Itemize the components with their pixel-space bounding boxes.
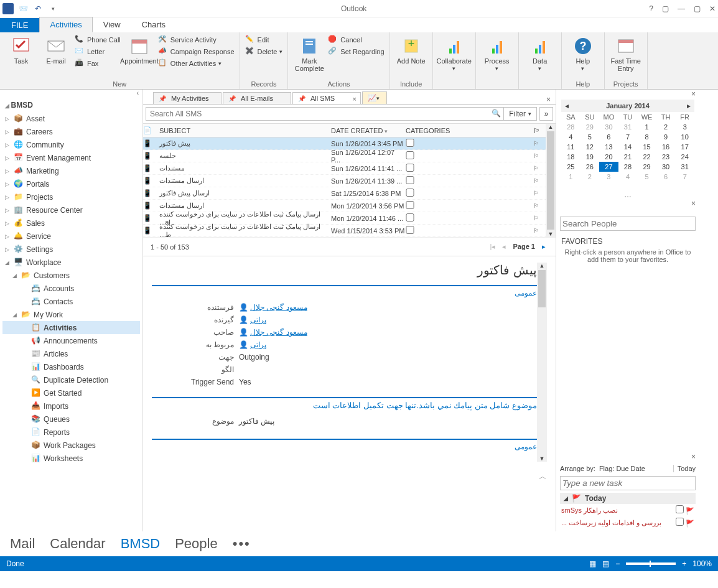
- cal-day[interactable]: 18: [561, 152, 580, 162]
- close-tab-icon[interactable]: ×: [353, 95, 357, 103]
- link-recipient[interactable]: پراتی: [250, 315, 266, 324]
- data-button[interactable]: Data▾: [523, 34, 557, 88]
- cal-day[interactable]: 5: [580, 132, 600, 142]
- filter-button[interactable]: Filter▾: [503, 107, 537, 121]
- nav-projects[interactable]: ▷📁Projects: [2, 190, 140, 203]
- cal-day[interactable]: 2: [580, 172, 600, 182]
- cal-day[interactable]: 5: [637, 172, 656, 182]
- col-categories[interactable]: CATEGORIES: [406, 127, 533, 134]
- nav-marketing[interactable]: ▷📣Marketing: [2, 164, 140, 177]
- nav-portals[interactable]: ▷🌍Portals: [2, 177, 140, 190]
- cal-day[interactable]: 20: [599, 152, 618, 162]
- new-email-button[interactable]: E-mail: [39, 34, 73, 80]
- nav-duplicate-detection[interactable]: 🔍Duplicate Detection: [2, 373, 140, 386]
- new-task-button[interactable]: Task: [4, 34, 39, 80]
- new-fax-button[interactable]: 📠Fax: [75, 58, 121, 68]
- view-tab-extra[interactable]: 📈▾: [362, 91, 387, 104]
- col-flag-icon[interactable]: 🏳: [533, 127, 546, 134]
- zoom-in-icon[interactable]: +: [682, 559, 686, 568]
- minimize-icon[interactable]: —: [678, 4, 685, 13]
- nav-contacts[interactable]: 📇Contacts: [2, 295, 140, 308]
- cal-day[interactable]: 8: [637, 132, 656, 142]
- nav-mywork[interactable]: ◢📂My Work: [2, 308, 140, 321]
- new-other-button[interactable]: 📋Other Activities▾: [158, 58, 235, 68]
- cal-day[interactable]: 29: [580, 122, 600, 132]
- nav-resource[interactable]: ▷🏢Resource Center: [2, 203, 140, 217]
- nav-careers[interactable]: ▷💼Careers: [2, 125, 140, 138]
- close-view-icon[interactable]: ×: [541, 95, 556, 104]
- grid-row[interactable]: 📱ارسال پیش فاکتورSat 1/25/2014 6:38 PM🏳: [143, 187, 546, 200]
- cal-day[interactable]: 28: [618, 162, 638, 172]
- help-icon[interactable]: ?: [649, 4, 653, 13]
- cal-day[interactable]: 7: [618, 132, 638, 142]
- arrange-by-button[interactable]: Flag: Due Date: [599, 465, 645, 472]
- zoom-slider[interactable]: [626, 562, 676, 565]
- calendar-month-label[interactable]: January 2014: [606, 102, 650, 110]
- grid-row[interactable]: 📱ارسال پیامک ثبت اطلاعات در سایت برای در…: [143, 225, 546, 237]
- nav-get-started[interactable]: ▶️Get Started: [2, 386, 140, 399]
- close-people-pane-icon[interactable]: ×: [556, 199, 699, 208]
- close-tasks-pane-icon[interactable]: ×: [556, 452, 699, 461]
- maximize-icon[interactable]: ▢: [694, 4, 701, 13]
- nav-dashboards[interactable]: 📊Dashboards: [2, 360, 140, 373]
- nav-collapse-icon[interactable]: ‹: [0, 90, 142, 98]
- flag-icon[interactable]: 🏳: [533, 152, 546, 159]
- task-item[interactable]: بررسی و اقدامات اولیه زیرساخت ... 🚩: [560, 516, 696, 529]
- row-checkbox[interactable]: [406, 213, 414, 222]
- cal-day[interactable]: 6: [656, 172, 676, 182]
- new-task-input[interactable]: [560, 476, 696, 490]
- view-tab-all-sms[interactable]: 📌All SMS×: [292, 92, 361, 104]
- preview-scrollbar[interactable]: ▲▼: [537, 263, 547, 462]
- bnav-bmsd[interactable]: BMSD: [121, 536, 161, 552]
- close-calendar-pane-icon[interactable]: ×: [556, 90, 699, 98]
- cal-day[interactable]: 3: [599, 172, 618, 182]
- row-checkbox[interactable]: [406, 151, 414, 159]
- flag-icon[interactable]: 🏳: [533, 227, 546, 234]
- cal-day[interactable]: 4: [618, 172, 638, 182]
- cal-day[interactable]: 17: [675, 142, 694, 152]
- task-group-today[interactable]: ◢🚩Today: [560, 493, 696, 504]
- task-checkbox[interactable]: [676, 505, 684, 513]
- mark-complete-button[interactable]: Mark Complete: [292, 34, 327, 80]
- nav-activities[interactable]: 📋Activities: [2, 321, 140, 334]
- new-phone-button[interactable]: 📞Phone Call: [75, 35, 121, 45]
- pager-next-icon[interactable]: ▸: [539, 243, 548, 250]
- pin-icon[interactable]: 📌: [159, 95, 166, 102]
- bnav-people[interactable]: People: [175, 536, 218, 552]
- pager-prev-icon[interactable]: ◂: [500, 243, 508, 250]
- cal-day[interactable]: 2: [656, 122, 676, 132]
- add-note-button[interactable]: +Add Note: [394, 34, 429, 80]
- view-normal-icon[interactable]: ▦: [589, 559, 596, 568]
- row-checkbox[interactable]: [406, 164, 414, 172]
- zoom-out-icon[interactable]: −: [615, 559, 620, 568]
- view-tab-my-activities[interactable]: 📌My Activities: [153, 92, 221, 104]
- flag-icon[interactable]: 🏳: [533, 190, 546, 197]
- flag-icon[interactable]: 🚩: [686, 507, 694, 515]
- close-icon[interactable]: ✕: [709, 4, 716, 13]
- link-sender[interactable]: مسعود گنجی جلال: [250, 303, 307, 312]
- set-regarding-button[interactable]: 🔗Set Regarding: [328, 47, 384, 57]
- nav-imports[interactable]: 📥Imports: [2, 399, 140, 413]
- grid-scrollbar[interactable]: ▲▼: [546, 124, 556, 237]
- nav-worksheets[interactable]: 📊Worksheets: [2, 452, 140, 465]
- new-campaign-button[interactable]: 📣Campaign Response: [158, 47, 235, 57]
- bnav-more-icon[interactable]: •••: [233, 536, 251, 552]
- next-month-icon[interactable]: ▸: [687, 101, 691, 110]
- file-tab[interactable]: FILE: [0, 18, 39, 32]
- cal-day[interactable]: 28: [561, 122, 580, 132]
- nav-work-packages[interactable]: 📦Work Packages: [2, 439, 140, 452]
- cal-day[interactable]: 11: [561, 142, 580, 152]
- tab-view[interactable]: View: [93, 17, 131, 32]
- cal-day[interactable]: 19: [580, 152, 600, 162]
- nav-community[interactable]: ▷🌐Community: [2, 138, 140, 151]
- cal-day[interactable]: 29: [637, 162, 656, 172]
- cal-day[interactable]: 15: [637, 142, 656, 152]
- task-item[interactable]: نصب راهکار smSys 🚩: [560, 504, 696, 516]
- cal-day[interactable]: 31: [675, 162, 694, 172]
- flag-icon[interactable]: 🏳: [533, 165, 546, 172]
- nav-reports[interactable]: 📄Reports: [2, 426, 140, 439]
- nav-customers[interactable]: ◢📂Customers: [2, 269, 140, 282]
- nav-service[interactable]: ▷🛎️Service: [2, 230, 140, 243]
- row-checkbox[interactable]: [406, 226, 414, 234]
- fast-time-entry-button[interactable]: Fast Time Entry: [608, 34, 643, 80]
